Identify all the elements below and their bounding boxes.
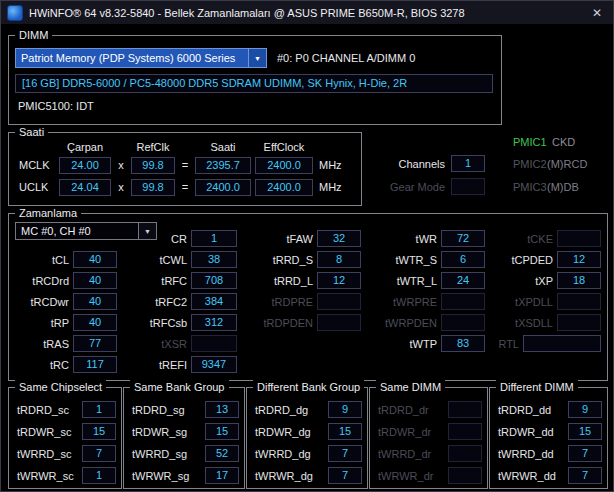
twrrd-dr-row: tWRRD_dr	[376, 445, 482, 462]
trrd-l-field: tRRD_L12	[245, 272, 361, 289]
twrpre-label: tWRPRE	[371, 296, 437, 308]
dimm-module-select[interactable]: Patriot Memory (PDP Systems) 6000 Series…	[15, 48, 267, 68]
gear-mode-value	[451, 178, 485, 195]
trp-label: tRP	[21, 317, 69, 329]
trdpre-field: tRDPRE	[245, 293, 361, 310]
trrd-s-label: tRRD_S	[247, 254, 313, 266]
tcwl-label: tCWL	[127, 254, 187, 266]
tcwl-field: tCWL38	[125, 251, 237, 268]
different-dimm-group: Different DIMM tRDRD_dd9 tRDWR_dd15 tWRR…	[489, 387, 608, 489]
window-title: HWiNFO® 64 v8.32-5840 - Bellek Zamanlama…	[29, 7, 583, 19]
twrwr-dg-row: tWRWR_dg7	[253, 467, 362, 484]
channels-value: 1	[451, 155, 485, 172]
trfc-value: 708	[191, 272, 237, 289]
trdrd-dg-value: 9	[328, 401, 362, 418]
chevron-down-icon[interactable]: ▼	[248, 49, 266, 67]
pmic3-label: PMIC3	[513, 181, 547, 193]
trp-value: 40	[73, 314, 117, 331]
clocks-group-title: Saati	[15, 125, 48, 139]
txsdll-label: tXSDLL	[495, 317, 553, 329]
tcpded-label: tCPDED	[495, 254, 553, 266]
twr-label: tWR	[371, 233, 437, 245]
timings-group-title: Zamanlama	[15, 206, 81, 220]
pmic2-value: (M)RCD	[547, 158, 587, 170]
trefi-label: tREFI	[127, 359, 187, 371]
mclk-multiplier-value: 24.00	[59, 157, 111, 174]
twrrd-dr-value	[448, 445, 482, 462]
txpdll-field: tXPDLL	[493, 293, 601, 310]
txpdll-value	[557, 293, 601, 310]
different-dimm-title: Different DIMM	[496, 380, 578, 394]
dimm-slot-label: #0: P0 CHANNEL A/DIMM 0	[277, 52, 415, 64]
trdpden-value	[317, 314, 361, 331]
trdrd-sg-value: 13	[205, 401, 239, 418]
trdrd-dd-row: tRDRD_dd9	[496, 401, 602, 418]
col-header-clock: Saati	[195, 141, 251, 153]
trdwr-sc-label: tRDWR_sc	[15, 426, 71, 438]
twrpden-value	[441, 314, 485, 331]
tcl-field: tCL40	[21, 251, 117, 268]
trdpden-label: tRDPDEN	[247, 317, 313, 329]
dimm-group-title: DIMM	[15, 28, 52, 42]
trdwr-sc-value: 15	[82, 423, 116, 440]
gear-mode-label: Gear Mode	[369, 181, 445, 193]
trdwr-dg-value: 15	[328, 423, 362, 440]
mclk-clock-value: 2395.7	[195, 157, 251, 174]
tcwl-value: 38	[191, 251, 237, 268]
trc-field: tRC117	[21, 356, 117, 373]
trfc2-field: tRFC2384	[125, 293, 237, 310]
trdpre-label: tRDPRE	[247, 296, 313, 308]
uclk-label: UCLK	[19, 181, 55, 193]
rtl-field: RTL	[493, 335, 601, 352]
trdrd-sc-value: 1	[82, 401, 116, 418]
twrpre-field: tWRPRE	[369, 293, 485, 310]
twrwr-sg-label: tWRWR_sg	[130, 470, 189, 482]
twrwr-dd-label: tWRWR_dd	[496, 470, 556, 482]
trfcsb-field: tRFCsb312	[125, 314, 237, 331]
tcke-field: tCKE	[493, 230, 601, 247]
twtr-s-label: tWTR_S	[371, 254, 437, 266]
trdwr-sg-value: 15	[205, 423, 239, 440]
same-chipselect-group: Same Chipselect tRDRD_sc1 tRDWR_sc15 tWR…	[8, 387, 122, 489]
titlebar[interactable]: HWiNFO® 64 v8.32-5840 - Bellek Zamanlama…	[1, 1, 613, 24]
mclk-refclk-value: 99.8	[131, 157, 175, 174]
twrwr-sc-value: 1	[82, 467, 116, 484]
app-icon	[7, 5, 23, 21]
txp-field: tXP18	[493, 272, 601, 289]
uclk-equals-sign: =	[179, 181, 191, 193]
tcke-value	[557, 230, 601, 247]
twrrd-dg-row: tWRRD_dg7	[253, 445, 362, 462]
tras-value: 77	[73, 335, 117, 352]
twrwr-dr-row: tWRWR_dr	[376, 467, 482, 484]
trrd-l-label: tRRD_L	[247, 275, 313, 287]
txsdll-value	[557, 314, 601, 331]
twrwr-dd-row: tWRWR_dd7	[496, 467, 602, 484]
uclk-clock-value: 2400.0	[195, 179, 251, 196]
mclk-effclock-value: 2400.0	[255, 157, 313, 174]
trcdrd-value: 40	[73, 272, 117, 289]
trc-value: 117	[73, 356, 117, 373]
trrd-s-value: 8	[317, 251, 361, 268]
twrrd-dd-label: tWRRD_dd	[496, 448, 554, 460]
trefi-value: 9347	[191, 356, 237, 373]
tcl-label: tCL	[21, 254, 69, 266]
twrpre-value	[441, 293, 485, 310]
tfaw-label: tFAW	[247, 233, 313, 245]
twrrd-dg-label: tWRRD_dg	[253, 448, 311, 460]
trcdrd-label: tRCDrd	[21, 275, 69, 287]
twrrd-sc-row: tWRRD_sc7	[15, 445, 116, 462]
trfc-field: tRFC708	[125, 272, 237, 289]
mclk-equals-sign: =	[179, 159, 191, 171]
rtl-label: RTL	[498, 338, 519, 350]
trcdwr-field: tRCDwr40	[21, 293, 117, 310]
uclk-multiplier-value: 24.04	[59, 179, 111, 196]
twrwr-dd-value: 7	[568, 467, 602, 484]
trdwr-dr-label: tRDWR_dr	[376, 426, 431, 438]
txp-value: 18	[557, 272, 601, 289]
twtp-label: tWTP	[371, 338, 437, 350]
close-button[interactable]: ✕	[589, 6, 605, 20]
uclk-times-sign: x	[115, 181, 127, 193]
different-bank-group-group: Different Bank Group tRDRD_dg9 tRDWR_dg1…	[246, 387, 368, 489]
trp-field: tRP40	[21, 314, 117, 331]
trdwr-dd-value: 15	[568, 423, 602, 440]
